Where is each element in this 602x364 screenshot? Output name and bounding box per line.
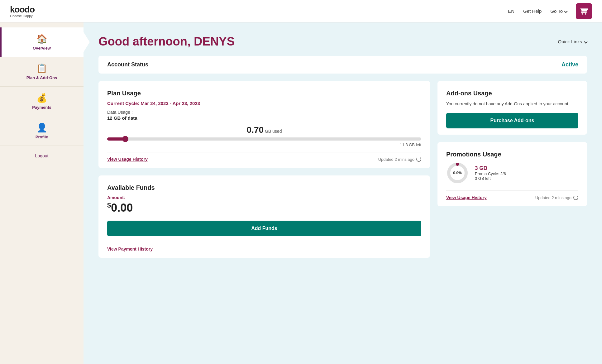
quick-links-button[interactable]: Quick Links xyxy=(558,39,587,44)
greeting: Good afternoon, DENYS xyxy=(98,35,235,48)
goto-button[interactable]: Go To xyxy=(550,8,567,14)
cart-button[interactable] xyxy=(576,3,592,19)
quick-links-label: Quick Links xyxy=(558,39,582,44)
chevron-down-icon xyxy=(564,9,567,13)
get-help-link[interactable]: Get Help xyxy=(523,8,542,14)
promo-row: 0.0% 3 GB Promo Cycle: 2/6 3 GB left xyxy=(446,162,578,184)
available-funds-title: Available Funds xyxy=(107,184,421,191)
payments-icon: 💰 xyxy=(36,93,47,103)
home-icon: 🏠 xyxy=(36,34,47,44)
updated-text: Updated 2 mins ago xyxy=(378,157,421,162)
sidebar-label-payments: Payments xyxy=(32,105,51,110)
usage-display: 0.70 GB used xyxy=(107,125,421,135)
cycle-label: Current Cycle: Mar 24, 2023 - Apr 23, 20… xyxy=(107,101,421,106)
data-usage-label: Data Usage : xyxy=(107,110,421,115)
goto-label: Go To xyxy=(550,8,563,14)
logout-link[interactable]: Logout xyxy=(35,153,49,158)
cart-icon xyxy=(580,7,588,15)
amount-label: Amount: xyxy=(107,195,421,200)
purchase-addons-button[interactable]: Purchase Add-ons xyxy=(446,113,578,128)
add-funds-button[interactable]: Add Funds xyxy=(107,221,421,236)
sidebar-label-plan-addons: Plan & Add-Ons xyxy=(26,75,57,80)
amount-value: $0.00 xyxy=(107,201,421,214)
sidebar-item-overview[interactable]: 🏠 Overview xyxy=(0,27,84,57)
amount-whole: 0 xyxy=(111,201,117,214)
cards-row: Plan Usage Current Cycle: Mar 24, 2023 -… xyxy=(98,81,587,258)
addons-usage-title: Add-ons Usage xyxy=(446,90,578,97)
sidebar-item-profile[interactable]: 👤 Profile xyxy=(0,116,84,146)
logo-tagline: Choose Happy xyxy=(10,14,33,18)
view-payment-history-link[interactable]: View Payment History xyxy=(107,247,153,251)
addons-usage-card: Add-ons Usage You currently do not have … xyxy=(437,81,587,135)
page-layout: 🏠 Overview 📋 Plan & Add-Ons 💰 Payments 👤… xyxy=(0,22,602,364)
sidebar-label-overview: Overview xyxy=(33,46,51,50)
promo-left: 3 GB left xyxy=(475,176,506,181)
refresh-icon[interactable] xyxy=(416,157,421,162)
quick-links-chevron-icon xyxy=(584,40,587,43)
plan-usage-card: Plan Usage Current Cycle: Mar 24, 2023 -… xyxy=(98,81,430,168)
right-column: Add-ons Usage You currently do not have … xyxy=(437,81,587,258)
promotions-usage-card: Promotions Usage 0.0% 3 GB Promo Cycle: … xyxy=(437,142,587,206)
left-column: Plan Usage Current Cycle: Mar 24, 2023 -… xyxy=(98,81,430,258)
promotions-footer: View Usage History Updated 2 mins ago xyxy=(446,190,578,200)
lang-toggle[interactable]: EN xyxy=(508,8,514,14)
addons-message: You currently do not have any Add-Ons ap… xyxy=(446,101,578,107)
logo: koodo Choose Happy xyxy=(10,5,35,18)
progress-bar-fill xyxy=(107,137,125,141)
sidebar: 🏠 Overview 📋 Plan & Add-Ons 💰 Payments 👤… xyxy=(0,22,84,364)
promo-cycle: Promo Cycle: 2/6 xyxy=(475,171,506,176)
view-usage-history-link[interactable]: View Usage History xyxy=(107,157,148,162)
plan-usage-title: Plan Usage xyxy=(107,90,421,97)
donut-center-label: 0.0% xyxy=(453,171,461,175)
view-promotions-history-link[interactable]: View Usage History xyxy=(446,195,487,200)
sidebar-item-plan-addons[interactable]: 📋 Plan & Add-Ons xyxy=(0,57,84,87)
sidebar-logout[interactable]: Logout xyxy=(0,146,84,166)
account-status-label: Account Status xyxy=(107,61,148,68)
plan-usage-footer: View Usage History Updated 2 mins ago xyxy=(107,152,421,162)
promotions-updated-label: Updated 2 mins ago xyxy=(535,195,571,200)
promo-info: 3 GB Promo Cycle: 2/6 3 GB left xyxy=(475,165,506,181)
main-content: Good afternoon, DENYS Quick Links Accoun… xyxy=(84,22,602,364)
sidebar-item-payments[interactable]: 💰 Payments xyxy=(0,87,84,116)
progress-knob xyxy=(122,136,128,142)
data-amount: 12 GB of data xyxy=(107,115,421,121)
available-funds-footer: View Payment History xyxy=(107,242,421,251)
dollar-sign: $ xyxy=(107,201,111,209)
used-value: 0.70 xyxy=(247,125,264,135)
sidebar-label-profile: Profile xyxy=(36,135,48,139)
progress-bar xyxy=(107,137,421,141)
promotions-refresh-icon[interactable] xyxy=(573,195,578,200)
promotions-usage-title: Promotions Usage xyxy=(446,151,578,158)
header: koodo Choose Happy EN Get Help Go To xyxy=(0,0,602,22)
progress-bar-bg xyxy=(107,137,421,141)
account-status-value: Active xyxy=(561,61,578,68)
logo-text: koodo xyxy=(10,5,35,15)
profile-icon: 👤 xyxy=(36,122,47,133)
plan-icon: 📋 xyxy=(36,63,47,74)
donut-chart: 0.0% xyxy=(446,162,469,184)
updated-label: Updated 2 mins ago xyxy=(378,157,414,162)
available-funds-card: Available Funds Amount: $0.00 Add Funds … xyxy=(98,175,430,258)
amount-cents: .00 xyxy=(117,201,133,214)
promotions-updated-text: Updated 2 mins ago xyxy=(535,195,578,200)
progress-remaining: 11.3 GB left xyxy=(107,142,421,147)
used-unit: GB used xyxy=(265,129,282,134)
account-status-bar: Account Status Active xyxy=(98,56,587,74)
header-nav: EN Get Help Go To xyxy=(508,3,592,19)
promo-gb: 3 GB xyxy=(475,165,506,171)
greeting-row: Good afternoon, DENYS Quick Links xyxy=(98,35,587,48)
